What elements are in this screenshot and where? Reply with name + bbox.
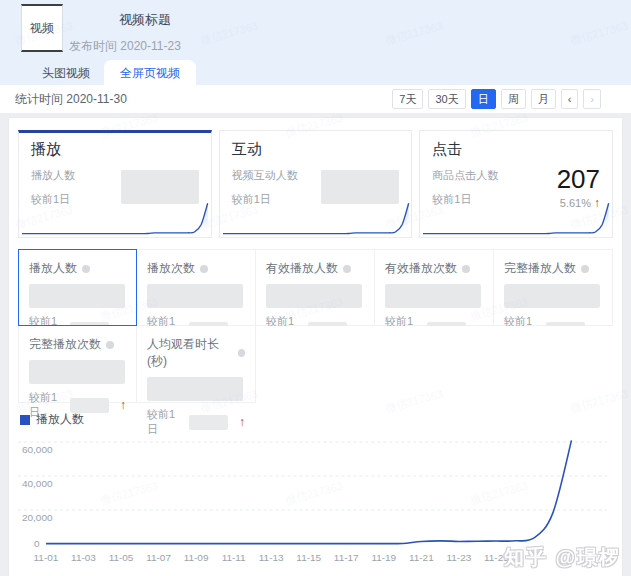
redacted-value — [147, 284, 243, 308]
card-title: 互动 — [232, 140, 400, 159]
redacted-value — [504, 284, 600, 308]
video-header-banner: 视频 视频标题 发布时间 2020-11-23 — [0, 0, 631, 60]
info-icon — [106, 341, 114, 349]
summary-cards: 播放 播放人数 较前1日 互动 视频互动人数 较前1日 — [18, 130, 613, 238]
metric-label: 有效播放人数 — [266, 260, 338, 277]
info-icon — [462, 265, 470, 273]
publish-time: 发布时间 2020-11-23 — [69, 38, 181, 55]
svg-text:0: 0 — [34, 538, 40, 549]
analytics-panel: 播放 播放人数 较前1日 互动 视频互动人数 较前1日 — [8, 117, 623, 576]
card-title: 点击 — [432, 140, 600, 159]
info-icon — [581, 265, 589, 273]
up-arrow-icon: ↑ — [239, 415, 245, 429]
metric-cell-complete-play-count[interactable]: 完整播放次数 较前1日↑ — [18, 326, 137, 403]
metric-label: 播放次数 — [147, 260, 195, 277]
svg-text:11-03: 11-03 — [71, 552, 96, 563]
range-button-day[interactable]: 日 — [471, 89, 496, 109]
metric-cell-valid-play-users[interactable]: 有效播放人数 较前1日↑ — [256, 249, 375, 326]
video-thumbnail-label: 视频 — [30, 20, 54, 37]
compare-label: 较前1日 — [147, 407, 181, 437]
grid-empty-cell — [375, 326, 494, 403]
svg-text:60,000: 60,000 — [22, 444, 53, 455]
redacted-value — [29, 360, 125, 384]
card-value: 207 — [557, 166, 600, 192]
legend-label: 播放人数 — [36, 411, 84, 428]
info-icon — [200, 265, 208, 273]
metric-label: 有效播放次数 — [385, 260, 457, 277]
grid-empty-cell — [256, 326, 375, 403]
svg-text:11-15: 11-15 — [296, 552, 321, 563]
summary-card-interaction[interactable]: 互动 视频互动人数 较前1日 — [219, 130, 413, 238]
grid-empty-cell — [494, 326, 613, 403]
svg-text:20,000: 20,000 — [22, 512, 53, 523]
info-icon — [238, 349, 245, 357]
metric-label: 完整播放次数 — [29, 336, 101, 353]
metric-cell-valid-play-count[interactable]: 有效播放次数 较前1日↑ — [375, 249, 494, 326]
svg-text:11-23: 11-23 — [446, 552, 471, 563]
metric-label: 人均观看时长(秒) — [147, 336, 233, 370]
svg-text:11-01: 11-01 — [34, 552, 59, 563]
credit-watermark: 知乎 @璟椤 — [504, 544, 621, 571]
redacted-value — [29, 284, 125, 308]
svg-text:11-17: 11-17 — [334, 552, 359, 563]
metric-cell-avg-watch-time[interactable]: 人均观看时长(秒) 较前1日↑ — [137, 326, 256, 403]
range-button-month[interactable]: 月 — [531, 89, 556, 109]
info-icon — [82, 265, 90, 273]
svg-text:11-05: 11-05 — [109, 552, 134, 563]
stat-time-label: 统计时间 2020-11-30 — [15, 91, 127, 108]
card-metric-label: 视频互动人数 — [232, 168, 298, 183]
info-icon — [343, 265, 351, 273]
analytics-page: 微信217363微信217363微信217363微信217363微信217363… — [0, 0, 631, 576]
up-arrow-icon: ↑ — [120, 398, 126, 412]
metric-grid: 播放人数 较前1日↑ 播放次数 较前1日↑ 有效播放人数 较前1日↑ 有效播放次… — [18, 249, 613, 403]
card-title: 播放 — [31, 140, 199, 159]
svg-text:40,000: 40,000 — [22, 478, 53, 489]
range-button-30d[interactable]: 30天 — [428, 89, 465, 109]
redacted-value — [266, 284, 362, 308]
svg-text:11-07: 11-07 — [146, 552, 171, 563]
redacted-value — [385, 284, 481, 308]
tab-head-image-video[interactable]: 头图视频 — [28, 60, 104, 85]
metric-label: 完整播放人数 — [504, 260, 576, 277]
prev-period-button[interactable]: ‹ — [561, 89, 579, 109]
chevron-left-icon: ‹ — [568, 93, 572, 105]
svg-text:11-11: 11-11 — [222, 552, 246, 563]
redacted-change — [189, 415, 228, 430]
range-button-7d[interactable]: 7天 — [392, 89, 423, 109]
range-button-week[interactable]: 周 — [501, 89, 526, 109]
metric-cell-complete-play-users[interactable]: 完整播放人数 较前1日↑ — [494, 249, 613, 326]
svg-text:11-09: 11-09 — [184, 552, 209, 563]
mini-trend-chart — [421, 199, 611, 237]
summary-card-play[interactable]: 播放 播放人数 较前1日 — [18, 130, 212, 238]
card-metric-label: 播放人数 — [31, 168, 75, 183]
svg-text:11-21: 11-21 — [409, 552, 434, 563]
svg-text:11-13: 11-13 — [259, 552, 284, 563]
summary-card-click[interactable]: 点击 商品点击人数 较前1日 207 5.61%↑ — [419, 130, 613, 238]
next-period-button[interactable]: › — [583, 89, 601, 109]
chevron-right-icon: › — [590, 93, 594, 105]
legend-swatch-icon — [20, 415, 30, 425]
metric-cell-play-count[interactable]: 播放次数 较前1日↑ — [137, 249, 256, 326]
card-metric-label: 商品点击人数 — [432, 168, 498, 183]
video-type-tabs: 头图视频 全屏页视频 — [0, 60, 631, 85]
mini-trend-chart — [20, 199, 210, 237]
svg-text:11-19: 11-19 — [371, 552, 396, 563]
video-title: 视频标题 — [119, 11, 181, 29]
video-thumbnail: 视频 — [21, 4, 63, 52]
mini-trend-chart — [221, 199, 411, 237]
tab-fullscreen-video[interactable]: 全屏页视频 — [104, 60, 196, 85]
metric-label: 播放人数 — [29, 260, 77, 277]
redacted-value — [147, 377, 243, 401]
stats-toolbar: 统计时间 2020-11-30 7天 30天 日 周 月 ‹ › — [0, 85, 631, 113]
metric-cell-play-users[interactable]: 播放人数 较前1日↑ — [18, 249, 137, 326]
video-info: 视频标题 发布时间 2020-11-23 — [63, 0, 181, 60]
